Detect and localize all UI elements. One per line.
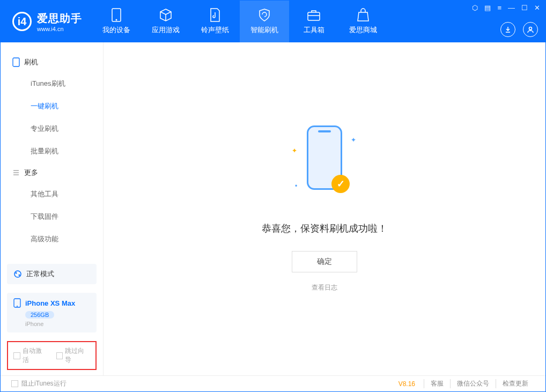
list-icon[interactable]: ▤ xyxy=(484,4,491,12)
version-label: V8.16 xyxy=(399,380,415,388)
device-type: iPhone xyxy=(25,321,90,327)
svg-rect-2 xyxy=(308,12,320,20)
device-name: iPhone XS Max xyxy=(25,299,75,307)
sidebar-section-more: 更多 xyxy=(1,162,103,183)
toolbox-icon xyxy=(307,8,321,22)
section-title-label: 刷机 xyxy=(24,57,38,67)
sidebar-item-download-firmware[interactable]: 下载固件 xyxy=(1,205,103,228)
device-icon xyxy=(13,298,21,308)
tab-smart-flash[interactable]: 智能刷机 xyxy=(240,1,289,42)
cube-icon xyxy=(159,8,173,22)
sidebar: 刷机 iTunes刷机 一键刷机 专业刷机 批量刷机 更多 其他工具 下载固件 … xyxy=(1,42,104,375)
app-header: i4 爱思助手 www.i4.cn 我的设备 应用游戏 铃声壁纸 智能刷机 工具… xyxy=(1,1,545,42)
sidebar-section-flash: 刷机 xyxy=(1,52,103,72)
bag-icon xyxy=(356,8,370,22)
close-button[interactable]: ✕ xyxy=(534,4,540,12)
svg-rect-5 xyxy=(13,58,19,66)
sidebar-item-other-tools[interactable]: 其他工具 xyxy=(1,183,103,205)
tab-label: 爱思商城 xyxy=(349,25,377,35)
svg-point-13 xyxy=(17,306,18,307)
tab-apps-games[interactable]: 应用游戏 xyxy=(141,1,190,42)
header-user-icons xyxy=(500,22,538,37)
tab-my-device[interactable]: 我的设备 xyxy=(92,1,141,42)
phone-icon xyxy=(109,8,123,22)
tab-label: 智能刷机 xyxy=(250,25,278,35)
highlighted-checkbox-row: 自动激活 跳过向导 xyxy=(7,341,97,370)
checkbox-block-itunes[interactable] xyxy=(11,380,18,387)
mode-box[interactable]: 正常模式 xyxy=(7,264,97,284)
sidebar-item-batch-flash[interactable]: 批量刷机 xyxy=(1,140,103,162)
svg-point-4 xyxy=(529,27,532,30)
device-box[interactable]: iPhone XS Max 256GB iPhone xyxy=(7,293,97,332)
tab-store[interactable]: 爱思商城 xyxy=(338,1,388,42)
maximize-button[interactable]: ☐ xyxy=(521,4,528,12)
checkbox-label: 跳过向导 xyxy=(65,346,90,365)
main-content: ✦ ✦ • ✓ 恭喜您，保资料刷机成功啦！ 确定 查看日志 xyxy=(104,42,545,375)
success-message: 恭喜您，保资料刷机成功啦！ xyxy=(262,222,387,235)
sidebar-item-itunes-flash[interactable]: iTunes刷机 xyxy=(1,72,103,95)
sidebar-item-onekey-flash[interactable]: 一键刷机 xyxy=(1,95,103,117)
download-button[interactable] xyxy=(500,22,515,37)
block-itunes-label: 阻止iTunes运行 xyxy=(21,379,67,388)
mode-icon xyxy=(13,270,22,278)
status-link-update[interactable]: 检查更新 xyxy=(496,379,535,388)
sparkle-icon: • xyxy=(295,182,297,190)
status-link-support[interactable]: 客服 xyxy=(424,379,450,388)
shirt-icon[interactable]: ⬡ xyxy=(472,4,478,12)
phone-outline-icon xyxy=(12,57,20,67)
menu-icon[interactable]: ≡ xyxy=(497,4,501,12)
main-tabs: 我的设备 应用游戏 铃声壁纸 智能刷机 工具箱 爱思商城 xyxy=(92,1,388,42)
refresh-shield-icon xyxy=(257,8,271,22)
status-bar: 阻止iTunes运行 V8.16 客服 微信公众号 检查更新 xyxy=(1,375,545,391)
success-illustration: ✦ ✦ • ✓ xyxy=(290,125,359,206)
svg-point-10 xyxy=(16,272,17,274)
ok-button[interactable]: 确定 xyxy=(292,251,357,272)
music-file-icon xyxy=(208,8,222,22)
check-badge-icon: ✓ xyxy=(331,175,350,193)
sidebar-item-pro-flash[interactable]: 专业刷机 xyxy=(1,117,103,140)
app-title: 爱思助手 xyxy=(37,11,82,26)
minimize-button[interactable]: — xyxy=(508,4,515,12)
view-log-link[interactable]: 查看日志 xyxy=(312,283,337,292)
mode-label: 正常模式 xyxy=(26,269,54,279)
logo-area: i4 爱思助手 www.i4.cn xyxy=(1,11,92,32)
tab-ringtones[interactable]: 铃声壁纸 xyxy=(190,1,240,42)
checkbox-skip-guide[interactable]: 跳过向导 xyxy=(56,346,91,365)
tab-label: 我的设备 xyxy=(102,25,130,35)
svg-point-1 xyxy=(116,19,117,21)
svg-point-11 xyxy=(19,275,20,276)
device-storage: 256GB xyxy=(25,311,54,319)
sidebar-item-advanced[interactable]: 高级功能 xyxy=(1,228,103,250)
checkbox-label: 自动激活 xyxy=(23,346,48,365)
status-link-wechat[interactable]: 微信公众号 xyxy=(450,379,496,388)
sparkle-icon: ✦ xyxy=(292,147,297,154)
logo-icon: i4 xyxy=(12,12,32,31)
tab-label: 工具箱 xyxy=(304,25,324,35)
section-title-label: 更多 xyxy=(24,168,38,177)
window-controls: ⬡ ▤ ≡ — ☐ ✕ xyxy=(472,4,540,12)
sparkle-icon: ✦ xyxy=(351,136,356,144)
tab-label: 铃声壁纸 xyxy=(201,25,229,35)
tab-label: 应用游戏 xyxy=(152,25,180,35)
user-button[interactable] xyxy=(523,22,538,37)
tab-toolbox[interactable]: 工具箱 xyxy=(289,1,338,42)
app-url: www.i4.cn xyxy=(37,26,82,32)
svg-point-9 xyxy=(14,271,21,277)
checkbox-auto-activate[interactable]: 自动激活 xyxy=(13,346,48,365)
list-icon xyxy=(12,169,20,176)
